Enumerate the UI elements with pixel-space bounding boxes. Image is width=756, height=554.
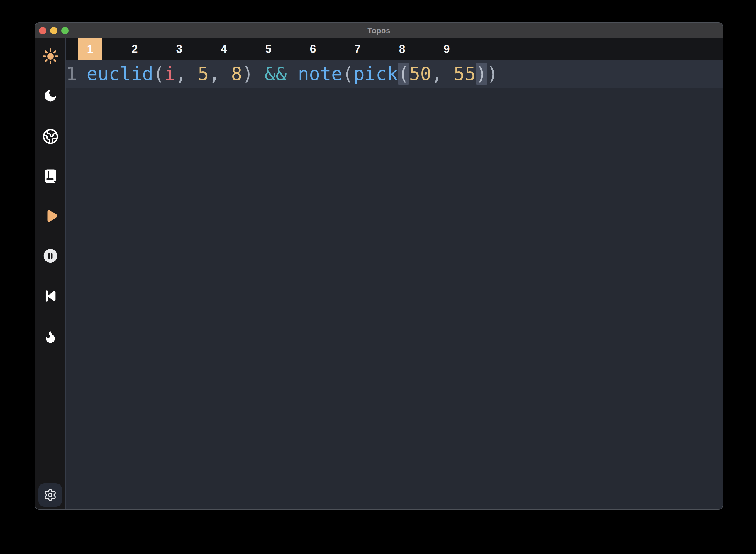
tab-label: 6: [301, 39, 325, 60]
moon-icon[interactable]: [42, 88, 59, 104]
flame-icon[interactable]: [42, 328, 59, 345]
sidebar: [35, 39, 66, 509]
code-token: ): [242, 63, 264, 85]
tab-1[interactable]: 1: [68, 39, 112, 60]
sun-icon[interactable]: [42, 48, 59, 64]
book-icon-glyph: [43, 168, 58, 184]
skip-back-icon-glyph: [43, 288, 58, 304]
code-editor[interactable]: 1 euclid(i, 5, 8) && note(pick(50, 55)): [66, 60, 722, 509]
main-panel: 123456789 1 euclid(i, 5, 8) && note(pick…: [66, 39, 722, 509]
code-token: ,: [209, 63, 231, 85]
tab-label: 8: [390, 39, 415, 60]
book-icon[interactable]: [42, 168, 59, 184]
pause-icon[interactable]: [42, 247, 59, 264]
tab-5[interactable]: 5: [246, 39, 291, 60]
sun-icon-glyph: [42, 48, 59, 65]
play-icon[interactable]: [42, 208, 59, 224]
tab-label: 7: [345, 39, 370, 60]
earth-icon-glyph: [42, 128, 59, 145]
tab-bar: 123456789: [66, 39, 722, 60]
app-window: Topos: [35, 22, 723, 510]
tab-label: 1: [78, 39, 102, 60]
code-token: 5: [198, 63, 209, 85]
title-bar: Topos: [35, 23, 722, 39]
tab-4[interactable]: 4: [201, 39, 246, 60]
code-token: (: [153, 63, 165, 85]
moon-icon-glyph: [43, 88, 58, 103]
window-content: 123456789 1 euclid(i, 5, 8) && note(pick…: [35, 39, 722, 509]
minimize-button[interactable]: [50, 27, 58, 34]
code-token: ,: [431, 63, 454, 85]
play-icon-glyph: [42, 208, 59, 224]
window-title: Topos: [367, 26, 390, 35]
tab-9[interactable]: 9: [424, 39, 469, 60]
code-token: pick: [353, 63, 398, 85]
settings-button[interactable]: [39, 483, 62, 507]
desktop-background: { "window": { "title": "Topos" }, "windo…: [0, 0, 756, 554]
code-token: [287, 63, 298, 85]
code-token: 55: [454, 63, 476, 85]
skip-back-icon[interactable]: [42, 288, 59, 304]
code-token: 50: [409, 63, 431, 85]
tab-label: 4: [211, 39, 236, 60]
close-button[interactable]: [39, 27, 46, 34]
tab-label: 9: [434, 39, 459, 60]
pause-icon-glyph: [42, 247, 59, 264]
tab-3[interactable]: 3: [157, 39, 201, 60]
code-token: i: [165, 63, 176, 85]
tab-label: 5: [256, 39, 280, 60]
code-token: ,: [175, 63, 198, 85]
tab-6[interactable]: 6: [291, 39, 335, 60]
gear-icon: [44, 488, 57, 502]
line-number: 1: [66, 63, 86, 85]
code-token: euclid: [86, 63, 153, 85]
traffic-lights: [39, 23, 69, 39]
zoom-button[interactable]: [61, 27, 69, 34]
code-token: ): [487, 63, 498, 85]
tab-7[interactable]: 7: [335, 39, 380, 60]
tab-label: 3: [167, 39, 191, 60]
code-token: (: [342, 63, 353, 85]
tab-label: 2: [122, 39, 147, 60]
earth-icon[interactable]: [42, 128, 59, 145]
code-token: 8: [231, 63, 242, 85]
code-token: ): [476, 63, 487, 85]
code-line-tokens: euclid(i, 5, 8) && note(pick(50, 55)): [86, 63, 498, 85]
code-token: &&: [264, 63, 287, 85]
tab-2[interactable]: 2: [112, 39, 157, 60]
code-token: note: [298, 63, 342, 85]
code-token: (: [398, 63, 409, 85]
flame-icon-glyph: [43, 329, 58, 344]
tab-8[interactable]: 8: [380, 39, 424, 60]
code-line[interactable]: 1 euclid(i, 5, 8) && note(pick(50, 55)): [66, 60, 722, 88]
